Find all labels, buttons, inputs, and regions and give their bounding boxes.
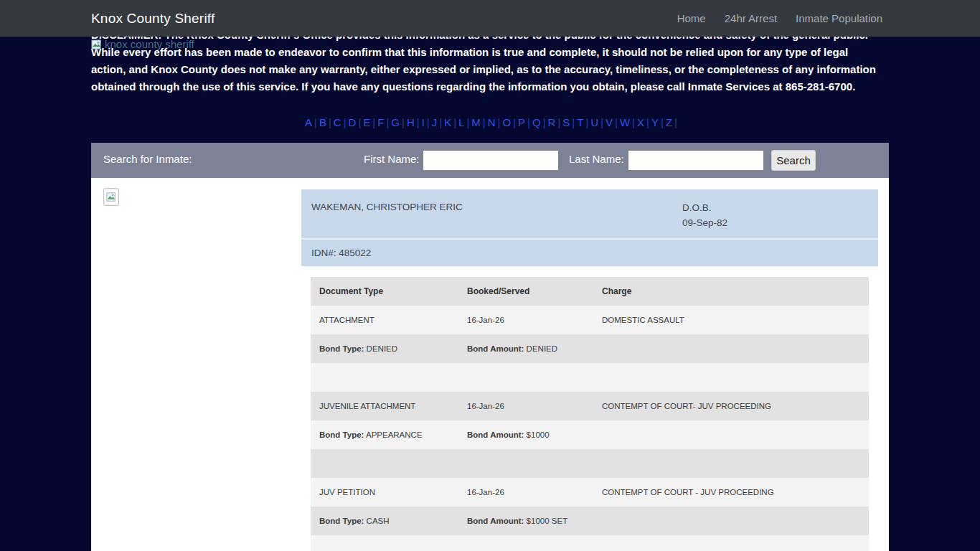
bond-amount-cell: Bond Amount: $1000 SET bbox=[467, 517, 567, 525]
dob-label: D.O.B. bbox=[682, 200, 727, 215]
charge-value: DOMESTIC ASSAULT bbox=[602, 316, 684, 324]
letter-separator: | bbox=[314, 116, 317, 128]
letter-separator: | bbox=[527, 116, 530, 128]
charge-value: CONTEMPT OF COURT- JUV PROCEEDING bbox=[602, 402, 771, 410]
bond-row: Bond Type: DENIEDBond Amount: DENIED bbox=[311, 334, 869, 363]
letter-separator: | bbox=[661, 116, 664, 128]
letter-link-U[interactable]: U bbox=[590, 116, 598, 128]
letter-link-H[interactable]: H bbox=[407, 116, 415, 128]
bond-type-label: Bond Type: bbox=[319, 517, 364, 525]
bond-row: Bond Type: CASHBond Amount: $1000 SET bbox=[311, 507, 869, 535]
booked-served-value: 16-Jan-26 bbox=[467, 488, 504, 496]
letter-separator: | bbox=[646, 116, 649, 128]
inmate-dob-block: D.O.B. 09-Sep-82 bbox=[682, 200, 727, 230]
letter-link-G[interactable]: G bbox=[391, 116, 400, 128]
nav-item-inmate-population[interactable]: Inmate Population bbox=[796, 12, 882, 24]
letter-link-C[interactable]: C bbox=[334, 116, 341, 128]
letter-link-Z[interactable]: Z bbox=[666, 116, 672, 128]
letter-separator: | bbox=[543, 116, 546, 128]
letter-link-Q[interactable]: Q bbox=[532, 116, 541, 128]
bond-amount-label: Bond Amount: bbox=[467, 517, 524, 525]
letter-link-J[interactable]: J bbox=[432, 116, 438, 128]
column-header-booked-served: Booked/Served bbox=[467, 286, 529, 296]
letter-separator: | bbox=[600, 116, 603, 128]
inmate-record-card: WAKEMAN, CHRISTOPHER ERIC D.O.B. 09-Sep-… bbox=[301, 189, 878, 266]
spacer-row bbox=[311, 449, 869, 478]
letter-link-O[interactable]: O bbox=[502, 116, 511, 128]
letter-link-X[interactable]: X bbox=[637, 116, 644, 128]
idn-label: IDN#: bbox=[311, 248, 336, 258]
letter-separator: | bbox=[427, 116, 430, 128]
last-name-input[interactable] bbox=[628, 151, 763, 170]
bond-type-value: APPEARANCE bbox=[364, 430, 422, 439]
document-type-text: JUVENILE ATTACHMENT bbox=[319, 402, 415, 410]
brand-title[interactable]: Knox County Sheriff bbox=[91, 11, 215, 27]
inmate-name: WAKEMAN, CHRISTOPHER ERIC bbox=[311, 202, 463, 212]
letter-link-D[interactable]: D bbox=[349, 116, 357, 128]
disclaimer-text: DISCLAIMER: The Knox County Sheriff's Of… bbox=[91, 27, 883, 95]
letter-separator: | bbox=[557, 116, 560, 128]
records-table: Document Type Booked/Served Charge ATTAC… bbox=[311, 277, 869, 551]
letter-link-E[interactable]: E bbox=[363, 116, 370, 128]
document-type-value: ATTACHMENT bbox=[319, 316, 374, 324]
bond-amount-cell: Bond Amount: $1000 bbox=[467, 430, 550, 439]
letter-link-Y[interactable]: Y bbox=[651, 116, 659, 128]
document-row: JUVENILE ATTACHMENT16-Jan-26CONTEMPT OF … bbox=[311, 392, 869, 420]
booked-served-text: 16-Jan-26 bbox=[467, 316, 504, 324]
letter-link-N[interactable]: N bbox=[488, 116, 496, 128]
charge-text: DOMESTIC ASSAULT bbox=[602, 316, 684, 324]
bond-amount-value: DENIED bbox=[524, 344, 557, 353]
letter-link-T[interactable]: T bbox=[577, 116, 583, 128]
letter-separator: | bbox=[632, 116, 635, 128]
letter-separator: | bbox=[674, 116, 677, 128]
document-row: ATTACHMENT16-Jan-26DOMESTIC ASSAULT bbox=[311, 306, 869, 334]
nav-links: Home 24hr Arrest Inmate Population bbox=[677, 12, 882, 24]
nav-item-24hr-arrest[interactable]: 24hr Arrest bbox=[725, 12, 777, 24]
broken-image-icon bbox=[106, 192, 116, 202]
table-header-row: Document Type Booked/Served Charge bbox=[311, 277, 869, 306]
bond-amount-value: $1000 SET bbox=[524, 517, 567, 525]
first-name-input[interactable] bbox=[423, 151, 558, 170]
letter-link-P[interactable]: P bbox=[518, 116, 525, 128]
inmate-idn-row: IDN#: 485022 bbox=[301, 240, 878, 266]
bond-type-label: Bond Type: bbox=[319, 430, 364, 439]
letter-link-I[interactable]: I bbox=[422, 116, 425, 128]
charge-value: CONTEMPT OF COURT - JUV PROCEEDING bbox=[602, 488, 774, 496]
letter-separator: | bbox=[498, 116, 501, 128]
bond-amount-value: $1000 bbox=[524, 430, 549, 439]
spacer-row bbox=[311, 363, 869, 392]
last-name-label: Last Name: bbox=[569, 153, 624, 165]
first-name-label: First Name: bbox=[364, 153, 420, 165]
letter-separator: | bbox=[615, 116, 618, 128]
letter-link-S[interactable]: S bbox=[562, 116, 570, 128]
bond-type-label: Bond Type: bbox=[319, 344, 364, 353]
letter-separator: | bbox=[417, 116, 420, 128]
letter-separator: | bbox=[402, 116, 405, 128]
letter-separator: | bbox=[466, 116, 469, 128]
document-type-value: JUV PETITION bbox=[319, 488, 375, 496]
search-button[interactable]: Search bbox=[771, 150, 816, 171]
letter-separator: | bbox=[329, 116, 331, 128]
page: { "navbar": { "brand": "Knox County Sher… bbox=[0, 0, 980, 551]
letter-link-V[interactable]: V bbox=[606, 116, 613, 128]
letter-link-F[interactable]: F bbox=[377, 116, 384, 128]
letter-link-W[interactable]: W bbox=[620, 116, 630, 128]
nav-item-home[interactable]: Home bbox=[677, 12, 706, 24]
table-filler bbox=[311, 535, 869, 551]
bond-type-value: DENIED bbox=[364, 344, 397, 353]
letter-link-B[interactable]: B bbox=[319, 116, 326, 128]
content-panel: WAKEMAN, CHRISTOPHER ERIC D.O.B. 09-Sep-… bbox=[91, 178, 889, 551]
letter-separator: | bbox=[372, 116, 375, 128]
letter-link-R[interactable]: R bbox=[548, 116, 556, 128]
letter-link-A[interactable]: A bbox=[305, 116, 312, 128]
idn-value: 485022 bbox=[339, 248, 371, 258]
letter-separator: | bbox=[439, 116, 442, 128]
document-type-text: ATTACHMENT bbox=[319, 316, 374, 324]
dob-value: 09-Sep-82 bbox=[682, 215, 727, 230]
letter-link-L[interactable]: L bbox=[458, 116, 464, 128]
column-header-document-type: Document Type bbox=[319, 286, 383, 296]
charge-text: CONTEMPT OF COURT- JUV PROCEEDING bbox=[602, 402, 771, 410]
letter-link-M[interactable]: M bbox=[471, 116, 481, 128]
letter-link-K[interactable]: K bbox=[444, 116, 451, 128]
search-title: Search for Inmate: bbox=[103, 153, 192, 165]
